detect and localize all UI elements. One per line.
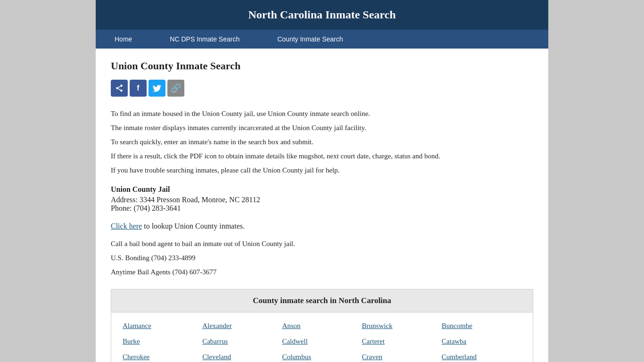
share-icon xyxy=(115,84,124,92)
social-icons: f 🔗 xyxy=(111,80,533,97)
intro-line-1: To find an inmate housed in the Union Co… xyxy=(111,108,533,119)
jail-name: Union County Jail xyxy=(111,185,533,194)
site-header: North Carolina Inmate Search xyxy=(96,0,548,30)
svg-point-1 xyxy=(116,87,118,90)
nav-home[interactable]: Home xyxy=(96,30,151,49)
nav-county-search[interactable]: County Inmate Search xyxy=(258,30,362,49)
share-button[interactable] xyxy=(111,80,128,97)
county-grid: AlamanceAlexanderAnsonBrunswickBuncombeB… xyxy=(111,313,533,362)
county-link[interactable]: Caldwell xyxy=(282,336,362,347)
svg-line-3 xyxy=(118,89,120,90)
jail-address: Address: 3344 Presson Road, Monroe, NC 2… xyxy=(111,196,533,204)
facebook-button[interactable]: f xyxy=(130,80,147,97)
county-link[interactable]: Cumberland xyxy=(442,351,521,362)
jail-info: Union County Jail Address: 3344 Presson … xyxy=(111,185,533,213)
lookup-text-after: to lookup Union County inmates. xyxy=(142,222,245,230)
intro-line-4: If there is a result, click the PDF icon… xyxy=(111,150,533,162)
twitter-button[interactable] xyxy=(149,80,165,97)
intro-line-3: To search quickly, enter an inmate's nam… xyxy=(111,136,533,148)
county-link[interactable]: Anson xyxy=(282,320,362,332)
county-section-header: County inmate search in North Carolina xyxy=(111,289,533,313)
county-link[interactable]: Carteret xyxy=(362,336,442,347)
main-nav: Home NC DPS Inmate Search County Inmate … xyxy=(96,30,548,49)
county-link[interactable]: Cleveland xyxy=(202,351,282,362)
twitter-icon xyxy=(153,85,161,92)
county-link[interactable]: Alamance xyxy=(123,320,202,332)
bail-info: Call a bail bond agent to bail an inmate… xyxy=(111,238,533,278)
county-link[interactable]: Alexander xyxy=(202,320,282,332)
bail-line-3: Anytime Bail Agents (704) 607-3677 xyxy=(111,266,533,278)
page-title: Union County Inmate Search xyxy=(111,60,533,72)
facebook-icon: f xyxy=(137,84,139,92)
intro-line-2: The inmate roster displays inmates curre… xyxy=(111,122,533,133)
copy-link-button[interactable]: 🔗 xyxy=(167,80,184,97)
link-icon: 🔗 xyxy=(171,83,181,93)
lookup-text: Click here to lookup Union County inmate… xyxy=(111,222,533,230)
county-link[interactable]: Buncombe xyxy=(442,320,521,332)
county-link[interactable]: Craven xyxy=(362,351,442,362)
county-link[interactable]: Burke xyxy=(123,336,202,347)
site-title: North Carolina Inmate Search xyxy=(105,8,539,21)
intro-text: To find an inmate housed in the Union Co… xyxy=(111,108,533,176)
bail-line-2: U.S. Bonding (704) 233-4899 xyxy=(111,252,533,263)
county-section: County inmate search in North Carolina A… xyxy=(111,289,533,362)
county-link[interactable]: Brunswick xyxy=(362,320,442,332)
intro-line-5: If you have trouble searching inmates, p… xyxy=(111,165,533,176)
county-link[interactable]: Columbus xyxy=(282,351,362,362)
county-link[interactable]: Cabarrus xyxy=(202,336,282,347)
nav-nc-dps[interactable]: NC DPS Inmate Search xyxy=(151,30,258,49)
bail-line-1: Call a bail bond agent to bail an inmate… xyxy=(111,238,533,249)
svg-point-0 xyxy=(120,85,123,87)
jail-phone: Phone: (704) 283-3641 xyxy=(111,204,533,213)
county-link[interactable]: Catawba xyxy=(442,336,521,347)
main-content: Union County Inmate Search f 🔗 xyxy=(96,49,548,362)
county-link[interactable]: Cherokee xyxy=(123,351,202,362)
click-here-link[interactable]: Click here xyxy=(111,222,142,230)
svg-line-4 xyxy=(118,86,120,88)
svg-point-2 xyxy=(120,90,123,92)
